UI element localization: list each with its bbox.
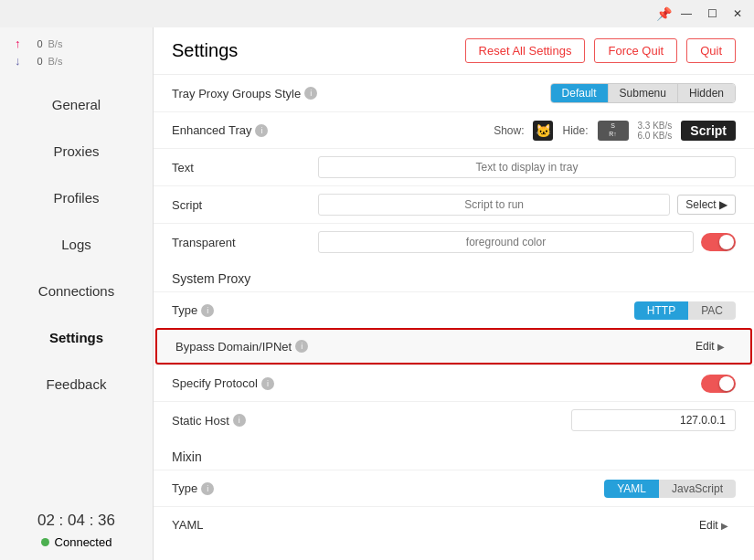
proxy-type-control: HTTP PAC (318, 301, 736, 320)
tray-stat-values: 3.3 KB/s6.0 KB/s (638, 121, 673, 141)
traffic-up-row: ↑ 0 B/s (0, 35, 153, 52)
bypass-domain-info-icon[interactable]: i (295, 340, 308, 353)
yaml-row: YAML Edit ▶ (154, 506, 754, 543)
tray-proxy-groups-row: Tray Proxy Groups Style i Default Submen… (154, 75, 754, 111)
transparent-label: Transparent (172, 236, 318, 249)
static-host-input[interactable] (571, 409, 736, 431)
sidebar: ↑ 0 B/s ↓ 0 B/s General Proxies Profiles… (0, 27, 154, 560)
foreground-color-input[interactable] (318, 231, 694, 253)
enhanced-tray-label: Enhanced Tray i (172, 123, 318, 137)
bypass-chevron-icon: ▶ (717, 342, 725, 352)
proxy-type-info-icon[interactable]: i (201, 304, 214, 317)
specify-protocol-row: Specify Protocol i (154, 365, 754, 401)
download-value: 0 (27, 56, 43, 67)
traffic-down-row: ↓ 0 B/s (0, 52, 153, 69)
enhanced-tray-info-icon[interactable]: i (255, 124, 268, 137)
tray-proxy-style-group: Default Submenu Hidden (550, 83, 736, 103)
yaml-label: YAML (172, 518, 318, 532)
bypass-domain-control: Edit ▶ (322, 337, 732, 355)
system-proxy-section-label: System Proxy (154, 260, 754, 291)
title-bar: 📌 — ☐ ✕ (0, 0, 754, 27)
sidebar-item-connections[interactable]: Connections (7, 269, 145, 313)
script-row: Script Select ▶ (154, 185, 754, 223)
mixin-type-label: Type i (172, 481, 318, 495)
specify-protocol-control (318, 375, 736, 393)
sidebar-item-general[interactable]: General (7, 82, 145, 127)
sidebar-item-proxies[interactable]: Proxies (7, 129, 145, 174)
specify-protocol-info-icon[interactable]: i (261, 377, 274, 390)
yaml-control: Edit ▶ (318, 516, 736, 534)
enhanced-tray-ctrl: Show: 🐱 Hide: S R↑ 3.3 KB/s6.0 KB/s Scri… (494, 121, 736, 141)
bypass-domain-edit-button[interactable]: Edit ▶ (688, 337, 732, 355)
tray-proxy-groups-control: Default Submenu Hidden (318, 83, 736, 103)
text-row: Text (154, 148, 754, 185)
main-content: Tray Proxy Groups Style i Default Submen… (154, 75, 754, 560)
sidebar-item-logs[interactable]: Logs (7, 222, 145, 267)
mixin-type-control: YAML JavaScript (318, 480, 736, 498)
yaml-chevron-icon: ▶ (721, 521, 728, 531)
tray-proxy-groups-info-icon[interactable]: i (304, 87, 317, 100)
static-host-label: Static Host i (172, 414, 318, 428)
specify-protocol-toggle[interactable] (701, 375, 736, 393)
down-arrow-icon: ↓ (15, 54, 21, 68)
proxy-type-group: HTTP PAC (634, 301, 736, 320)
static-host-control (318, 409, 736, 431)
static-host-row: Static Host i (154, 401, 754, 438)
close-button[interactable]: ✕ (727, 5, 749, 23)
transparent-row: Transparent (154, 223, 754, 260)
force-quit-button[interactable]: Force Quit (594, 38, 677, 63)
pac-type-button[interactable]: PAC (688, 301, 736, 320)
tray-style-submenu-button[interactable]: Submenu (609, 84, 678, 102)
mixin-type-row: Type i YAML JavaScript (154, 470, 754, 506)
clock-display: 02 : 04 : 36 (15, 512, 138, 530)
javascript-type-button[interactable]: JavaScript (659, 480, 736, 498)
connected-dot (41, 538, 49, 546)
enhanced-tray-control: Show: 🐱 Hide: S R↑ 3.3 KB/s6.0 KB/s Scri… (318, 121, 736, 141)
transparent-control (318, 231, 736, 253)
pin-icon[interactable]: 📌 (656, 6, 672, 21)
tray-cat-icon-button[interactable]: 🐱 (533, 121, 553, 141)
app-body: ↑ 0 B/s ↓ 0 B/s General Proxies Profiles… (0, 27, 754, 560)
mixin-section-label: Mixin (154, 438, 754, 470)
sidebar-bottom: 02 : 04 : 36 Connected (0, 501, 153, 560)
text-control (318, 156, 736, 178)
sidebar-item-settings[interactable]: Settings (7, 315, 145, 360)
connection-status: Connected (55, 535, 112, 549)
sidebar-item-profiles[interactable]: Profiles (7, 175, 145, 220)
quit-button[interactable]: Quit (686, 38, 736, 63)
tray-style-hidden-button[interactable]: Hidden (678, 84, 735, 102)
hide-label: Hide: (562, 124, 588, 137)
enhanced-tray-row: Enhanced Tray i Show: 🐱 Hide: S R↑ (154, 111, 754, 148)
proxy-type-label: Type i (172, 303, 318, 317)
tray-stats-icon-button[interactable]: S R↑ (598, 121, 629, 141)
text-input[interactable] (318, 156, 736, 178)
upload-unit: B/s (48, 38, 63, 49)
static-host-info-icon[interactable]: i (233, 414, 246, 427)
specify-protocol-label: Specify Protocol i (172, 376, 318, 390)
reset-all-settings-button[interactable]: Reset All Settings (465, 38, 586, 63)
bypass-domain-row: Bypass Domain/IPNet i Edit ▶ (155, 328, 752, 365)
tray-script-button[interactable]: Script (681, 121, 736, 141)
proxy-type-row: Type i HTTP PAC (154, 291, 754, 328)
sidebar-nav: General Proxies Profiles Logs Connection… (0, 80, 153, 408)
sidebar-item-feedback[interactable]: Feedback (7, 362, 145, 407)
tray-proxy-groups-label: Tray Proxy Groups Style i (172, 87, 318, 100)
tray-stat1: S (611, 122, 615, 130)
yaml-type-button[interactable]: YAML (604, 480, 659, 498)
mixin-type-info-icon[interactable]: i (201, 482, 214, 495)
maximize-button[interactable]: ☐ (701, 5, 723, 23)
http-type-button[interactable]: HTTP (634, 301, 688, 320)
transparent-toggle[interactable] (701, 233, 736, 251)
main-header: Settings Reset All Settings Force Quit Q… (154, 27, 754, 75)
tray-style-default-button[interactable]: Default (551, 84, 609, 102)
minimize-button[interactable]: — (675, 5, 697, 23)
text-label: Text (172, 161, 318, 174)
script-select-button[interactable]: Select ▶ (677, 195, 736, 215)
script-input[interactable] (318, 194, 670, 216)
main-panel: Settings Reset All Settings Force Quit Q… (154, 27, 754, 560)
mixin-type-group: YAML JavaScript (604, 480, 736, 498)
script-label: Script (172, 198, 318, 212)
status-row: Connected (15, 535, 138, 549)
upload-value: 0 (27, 38, 43, 49)
yaml-edit-button[interactable]: Edit ▶ (692, 516, 736, 534)
